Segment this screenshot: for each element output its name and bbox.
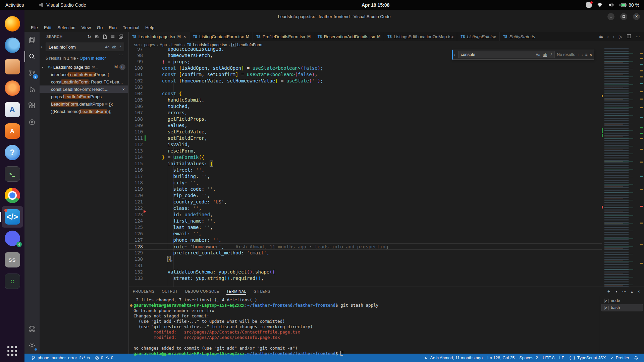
system-tray[interactable]: 80 % (586, 0, 639, 10)
panel-tab-gitlens[interactable]: GITLENS (254, 287, 270, 296)
code-line[interactable]: 121 country_code: 'US', (129, 199, 602, 205)
ubuntu-software-dock-icon[interactable]: A (2, 120, 23, 142)
tab-ReservationAddDetails.tsx[interactable]: TSReservationAddDetails.tsxM (314, 32, 384, 41)
search-match-row[interactable]: const LeadInfoForm: React.FC<Lea... (40, 78, 128, 85)
app-ss-dock-icon[interactable]: SS (2, 249, 23, 270)
terminal[interactable]: 2 files changed, 7 insertions(+), 4 dele… (129, 296, 600, 354)
files-dock-icon[interactable] (2, 56, 23, 77)
find-next-icon[interactable]: ↓ (581, 52, 583, 57)
menu-view[interactable]: View (78, 23, 94, 32)
code-line[interactable]: 118 city: '', (129, 180, 602, 186)
code-line[interactable]: 103 (129, 84, 602, 90)
code-line[interactable]: 120 zip_code: '', (129, 192, 602, 199)
open-changes-icon[interactable]: ⇆ (599, 34, 603, 39)
code-line[interactable]: 122 class: '', (129, 205, 602, 212)
find-close-icon[interactable]: × (589, 52, 592, 57)
discord-dock-icon[interactable]: 4 (2, 228, 23, 249)
run-icon[interactable]: ▷ (619, 34, 622, 39)
help-dock-icon[interactable]: ? (2, 142, 23, 163)
command-decoration-dot[interactable] (130, 304, 132, 307)
terminal-session-bash[interactable]: >bash (601, 304, 643, 311)
branch-item[interactable]: phone_number_error_fix* ↻ (29, 354, 93, 362)
code-line[interactable]: 130 }, (129, 256, 602, 262)
code-line[interactable]: 104 const { (129, 90, 602, 97)
code-line[interactable]: 126 email: '', (129, 231, 602, 237)
code-line[interactable]: 106 touched, (129, 103, 602, 110)
chrome-dock-icon[interactable] (2, 185, 23, 206)
toggle-replace-chevron[interactable]: › (41, 44, 46, 49)
thunderbird-dock-icon[interactable] (2, 35, 23, 56)
panel-tab-problems[interactable]: PROBLEMS (133, 287, 154, 296)
menu-selection[interactable]: Selection (54, 23, 78, 32)
close-button[interactable]: ✕ (633, 13, 640, 20)
code-line[interactable]: 131 (129, 262, 602, 269)
minimap[interactable] (602, 48, 639, 287)
discord-tray-icon[interactable] (586, 2, 592, 8)
search-details-toggle[interactable]: ⋯ (119, 52, 123, 57)
terminal-session-node[interactable]: >node (601, 297, 643, 304)
code-line[interactable]: 105 handleSubmit, (129, 97, 602, 103)
clear-results-icon[interactable] (94, 34, 99, 39)
dismiss-match-icon[interactable]: × (122, 87, 125, 92)
maximize-button[interactable] (620, 13, 627, 20)
tab-ListingsEditLocationOnMap.tsx[interactable]: TSListingsEditLocationOnMap.tsx (384, 32, 457, 41)
result-file-row[interactable]: ▾ TS LeadsInfo.page.tsx sr... M 6 (40, 63, 128, 71)
regex-toggle[interactable]: .* (118, 44, 122, 50)
whole-word-toggle[interactable]: ab (111, 44, 117, 50)
breadcrumb-item[interactable]: pages (144, 43, 155, 47)
code-line[interactable]: 115 initialValues: { (129, 161, 602, 167)
notifications-bell-item[interactable] (632, 356, 641, 360)
app-green-dock-icon[interactable]: :: (2, 270, 23, 292)
gitlens-icon[interactable] (24, 114, 40, 130)
menu-terminal[interactable]: Terminal (120, 23, 142, 32)
code-line[interactable]: 129 preferred_contact_method: 'email', (129, 250, 602, 256)
code-line[interactable]: 110 setFieldValue, (129, 129, 602, 135)
code-line[interactable]: 127 phone_number: '', (129, 237, 602, 243)
code-line[interactable]: 125 last_name: '', (129, 224, 602, 231)
code-line[interactable]: 100 const [isAddOpen, setAddOpen] = useS… (129, 65, 602, 71)
code-line[interactable]: 112 isValid, (129, 141, 602, 148)
match-case-toggle[interactable]: Aa (104, 44, 110, 50)
more-actions-icon[interactable]: ⋯ (636, 34, 640, 39)
find-input[interactable]: console Aa ab .* (458, 51, 555, 58)
tab-ProfileDetailsForm.tsx[interactable]: TSProfileDetailsForm.tsxM (253, 32, 314, 41)
find-match-case-toggle[interactable]: Aa (535, 52, 541, 57)
code-line[interactable]: 132 validationSchema: yup.object().shape… (129, 269, 602, 275)
extensions-icon[interactable] (24, 98, 40, 114)
code-line[interactable]: 133 street: yup.string().required(), (129, 275, 602, 282)
split-editor-icon[interactable] (627, 34, 631, 40)
search-match-row[interactable]: const LeadInfoForm: React....× (40, 85, 128, 93)
breadcrumb-item[interactable]: Leads (171, 43, 182, 47)
code-line[interactable]: 108 getFieldProps, (129, 116, 602, 122)
code-line[interactable]: 111 setFieldError, (129, 135, 602, 141)
menu-go[interactable]: Go (94, 23, 106, 32)
code-line[interactable]: 113 resetForm, (129, 148, 602, 154)
run-debug-icon[interactable] (24, 81, 40, 98)
show-applications-button[interactable] (5, 343, 20, 359)
code-line[interactable]: 102 const [homeownerValue, setHomeownerV… (129, 78, 602, 84)
breadcrumb-item[interactable]: LeadInfoForm (237, 43, 262, 47)
close-panel-icon[interactable]: × (637, 289, 640, 294)
rhythmbox-dock-icon[interactable] (2, 77, 23, 99)
breadcrumb-item[interactable]: src (134, 43, 140, 47)
new-search-editor-icon[interactable] (102, 34, 107, 39)
panel-tab-output[interactable]: OUTPUT (162, 287, 178, 296)
code-line[interactable]: 101 const [confirm, setConfirm] = useSta… (129, 71, 602, 78)
menu-help[interactable]: Help (142, 23, 157, 32)
breadcrumb-item[interactable]: App (160, 43, 167, 47)
code-line[interactable]: 124 first_name: '', (129, 218, 602, 224)
code-line[interactable]: 107 errors, (129, 110, 602, 116)
search-icon[interactable] (24, 48, 40, 65)
minimize-button[interactable]: – (607, 13, 614, 20)
firefox-dock-icon[interactable] (2, 13, 23, 35)
vscode-dock-icon[interactable]: </> (2, 206, 23, 228)
collapse-all-icon[interactable] (118, 34, 123, 39)
code-line[interactable]: 128 role: 'homeowner',Arsh Ahmad, 11 mon… (129, 243, 602, 250)
breadcrumb[interactable]: src›pages›App›Leads›TSLeadsInfo.page.tsx… (129, 41, 644, 48)
search-match-row[interactable]: props: LeadInfoFormProps (40, 93, 128, 100)
find-previous-icon[interactable]: ↑ (577, 52, 579, 57)
menu-edit[interactable]: Edit (41, 23, 54, 32)
diagnostics-item[interactable]: 0 0 (93, 354, 116, 362)
source-control-icon[interactable]: 5 (24, 65, 40, 81)
code-line[interactable]: 109 values, (129, 122, 602, 129)
